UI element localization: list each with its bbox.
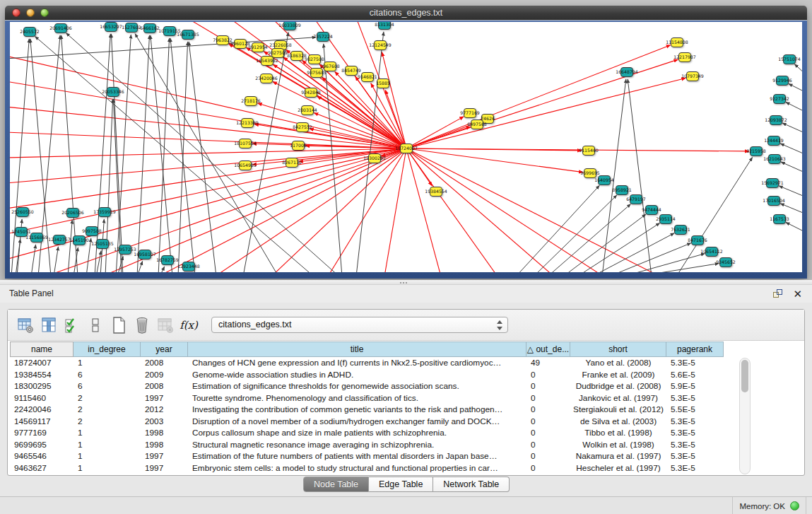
network-canvas[interactable]: 2405572206914061665329715276026466162107… (10, 22, 802, 272)
tab-network-table[interactable]: Network Table (433, 477, 510, 492)
column-header-name[interactable]: name (10, 341, 73, 357)
svg-text:1167533: 1167533 (770, 216, 789, 221)
table-row[interactable]: 977716911998Corpus callosum shape and si… (10, 427, 724, 439)
graph-node[interactable]: 2935114 (656, 215, 676, 224)
table-row[interactable]: 946554611997Estimation of the future num… (10, 450, 724, 462)
graph-node[interactable]: 18300295 (363, 154, 386, 163)
graph-node[interactable]: 8215958 (746, 147, 766, 156)
graph-node[interactable]: 2405572 (20, 28, 40, 37)
graph-node[interactable]: 12217987 (673, 53, 696, 62)
table-row[interactable]: 911546021997Tourette syndrome. Phenomeno… (10, 392, 724, 404)
close-panel-icon[interactable]: ✕ (793, 288, 802, 299)
graph-node[interactable]: 6466162 (140, 24, 160, 33)
graph-node[interactable]: 9245652 (716, 258, 736, 267)
graph-node[interactable]: 16958107 (134, 250, 156, 259)
select-columns-button[interactable] (61, 315, 83, 336)
graph-node[interactable]: 16653297 (100, 23, 122, 32)
graph-node[interactable]: 9115460 (579, 146, 599, 156)
tab-edge-table[interactable]: Edge Table (369, 477, 433, 492)
graph-node[interactable]: 20691406 (49, 24, 72, 33)
float-panel-icon[interactable] (773, 289, 783, 298)
window-titlebar[interactable]: citations_edges.txt (5, 6, 807, 20)
graph-node[interactable]: 10654112 (700, 247, 723, 257)
window-title: citations_edges.txt (5, 6, 807, 20)
scrollbar-thumb[interactable] (741, 360, 748, 392)
svg-text:9875685: 9875685 (307, 70, 326, 75)
vertical-scrollbar[interactable] (739, 358, 751, 474)
graph-node[interactable]: 8131304 (375, 22, 394, 30)
graph-node[interactable]: 8267130 (282, 158, 302, 168)
graph-node[interactable]: 1640954 (594, 176, 614, 185)
graph-node[interactable]: 117006 (290, 141, 307, 151)
column-header-short[interactable]: short (570, 341, 666, 357)
function-builder-button[interactable]: f(x) (178, 315, 199, 336)
graph-node[interactable]: 16648794 (616, 68, 638, 77)
table-row[interactable]: 1830029562008Estimation of significance … (10, 380, 724, 392)
create-column-button[interactable] (108, 315, 129, 336)
graph-node[interactable]: 10797349 (681, 72, 704, 81)
graph-node[interactable]: 12505135 (91, 240, 114, 249)
table-row[interactable]: 1456911722003Disruption of a novel membe… (10, 416, 724, 428)
table-cell: 5.3E-5 (666, 439, 724, 451)
graph-node[interactable]: 9777169 (460, 109, 480, 118)
graph-node[interactable]: 1527602 (122, 23, 141, 33)
column-header-in_degree[interactable]: in_degree (73, 341, 141, 357)
graph-node[interactable]: 1145190 (69, 236, 89, 245)
minimize-button[interactable] (26, 8, 35, 17)
delete-column-button[interactable] (131, 315, 153, 336)
graph-node[interactable]: 8186328 (287, 52, 307, 61)
table-container: f(x) citations_edges.txt namein_degreeye… (7, 309, 805, 476)
graph-node[interactable]: 15885 (376, 79, 390, 88)
graph-node[interactable]: 16543982 (256, 57, 278, 66)
graph-node[interactable]: 8471676 (688, 236, 707, 245)
column-header-title[interactable]: title (188, 341, 526, 357)
delete-table-button-disabled[interactable] (155, 315, 176, 336)
graph-node[interactable]: 9827508 (305, 55, 324, 64)
table-row[interactable]: 1938455462009Genome-wide association stu… (10, 369, 724, 381)
graph-node[interactable]: 17359919 (93, 208, 116, 217)
graph-node[interactable]: 16033809 (278, 22, 301, 30)
svg-text:8960128: 8960128 (230, 41, 250, 46)
table-settings-button[interactable] (15, 315, 36, 336)
graph-node[interactable]: 16782759 (156, 256, 179, 265)
zoom-button[interactable] (40, 8, 49, 17)
graph-node[interactable]: 9146821 (358, 73, 377, 82)
graph-node[interactable]: 25260550 (11, 208, 34, 217)
table-row[interactable]: 946362711997Embryonic stem cells: a mode… (10, 462, 724, 474)
graph-node[interactable]: 2718176 (241, 97, 261, 106)
graph-node[interactable]: 12923448 (177, 262, 200, 271)
show-columns-button[interactable] (38, 315, 59, 336)
graph-node[interactable]: 23420046 (255, 74, 278, 83)
graph-node[interactable]: 9875685 (307, 69, 326, 78)
column-header-pagerank[interactable]: pagerank (666, 341, 724, 357)
panel-resize-handle[interactable] (399, 281, 408, 284)
graph-node[interactable]: 9097588 (82, 227, 102, 236)
column-header-out_de[interactable]: △ out_de... (526, 341, 570, 357)
graph-node[interactable]: 12342757 (48, 235, 71, 245)
graph-edge (406, 148, 554, 272)
graph-node[interactable]: 8958921 (612, 186, 632, 195)
graph-node[interactable]: 18107554 (234, 139, 257, 148)
table-row[interactable]: 1872400712008Changes of HCN gene express… (10, 357, 724, 369)
close-button[interactable] (12, 8, 20, 17)
graph-node[interactable]: 9474444 (642, 206, 661, 215)
graph-node[interactable]: 20206506 (61, 209, 84, 218)
graph-node[interactable]: 15751074 (778, 55, 801, 64)
graph-node[interactable]: 16671385 (177, 30, 199, 40)
graph-node[interactable]: 11156869 (25, 233, 48, 243)
graph-node[interactable]: 9699695 (580, 169, 600, 178)
tab-node-table[interactable]: Node Table (303, 477, 369, 492)
graph-node[interactable]: 20053346 (102, 88, 124, 97)
graph-node[interactable]: 12124549 (369, 41, 392, 50)
svg-text:7632621: 7632621 (671, 227, 690, 232)
svg-text:117006: 117006 (290, 143, 307, 148)
graph-node[interactable]: 19384554 (425, 187, 447, 197)
column-header-year[interactable]: year (141, 341, 188, 357)
table-selector-dropdown[interactable]: citations_edges.txt (211, 317, 508, 333)
table-mode-button[interactable] (85, 315, 106, 336)
table-row[interactable]: 2242004622012Investigating the contribut… (10, 404, 724, 416)
graph-node[interactable]: 10654985 (234, 161, 257, 170)
graph-node[interactable]: 12213389 (236, 119, 259, 128)
graph-node[interactable]: 2803144 (298, 106, 317, 115)
table-row[interactable]: 969969511998Structural magnetic resonanc… (10, 439, 724, 451)
